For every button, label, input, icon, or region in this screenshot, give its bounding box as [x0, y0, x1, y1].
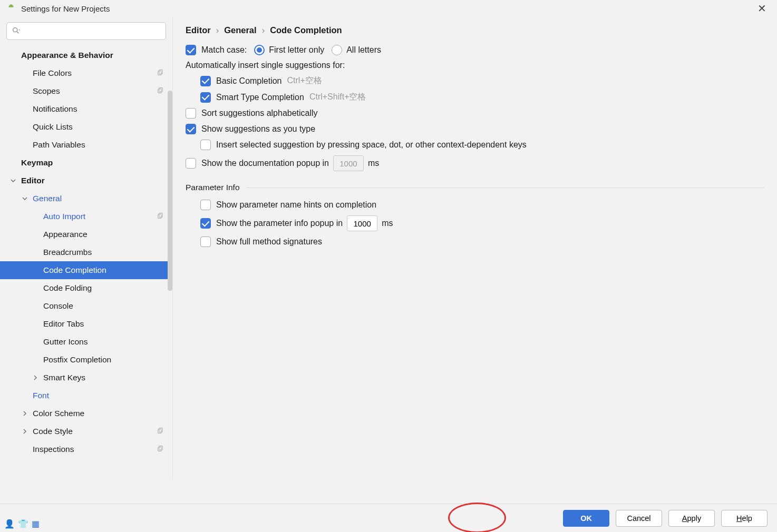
all-letters-label: All letters	[346, 45, 381, 55]
smart-completion-checkbox[interactable]	[200, 92, 211, 103]
sidebar-item-label: Font	[33, 391, 49, 400]
sidebar-item-label: Smart Keys	[43, 373, 85, 382]
cancel-button[interactable]: Cancel	[616, 510, 662, 527]
sidebar-item[interactable]: Code Style	[0, 422, 172, 440]
divider	[246, 188, 764, 188]
first-letter-radio[interactable]	[254, 45, 265, 55]
shirt-icon[interactable]: 👕	[18, 519, 28, 529]
svg-rect-2	[159, 70, 163, 74]
show-as-type-row: Show suggestions as you type	[186, 124, 764, 134]
sidebar-item[interactable]: File Colors	[0, 64, 172, 82]
bottom-toolbar: 👤 👕 ▦	[4, 519, 40, 529]
sidebar-item[interactable]: Editor Tabs	[0, 315, 172, 333]
sidebar-item[interactable]: Gutter Icons	[0, 333, 172, 351]
chevron-right-icon	[21, 428, 28, 435]
svg-rect-8	[159, 428, 163, 432]
basic-completion-checkbox[interactable]	[200, 76, 211, 86]
sidebar-item[interactable]: Postfix Completion	[0, 351, 172, 369]
smart-completion-label: Smart Type Completion	[216, 93, 304, 102]
sidebar-item-label: Scopes	[33, 86, 60, 96]
svg-rect-5	[158, 89, 162, 93]
auto-insert-header: Automatically insert single suggestions …	[186, 61, 764, 70]
sidebar-item[interactable]: General	[0, 190, 172, 208]
full-sig-label: Show full method signatures	[216, 237, 322, 247]
close-icon[interactable]: ✕	[753, 1, 771, 16]
sidebar-item[interactable]: Keymap	[0, 154, 172, 172]
param-popup-label: Show the parameter info popup in	[216, 219, 343, 228]
show-doc-label: Show the documentation popup in	[201, 159, 329, 168]
titlebar: Settings for New Projects ✕	[0, 0, 777, 17]
sidebar-item[interactable]: Code Folding	[0, 279, 172, 297]
sidebar-item[interactable]: Auto Import	[0, 208, 172, 225]
person-icon[interactable]: 👤	[4, 519, 15, 529]
match-case-label: Match case:	[201, 45, 247, 55]
basic-completion-row: Basic Completion Ctrl+空格	[200, 75, 764, 86]
grid-icon[interactable]: ▦	[32, 519, 40, 529]
sidebar-item[interactable]: Inspections	[0, 440, 172, 458]
full-sig-checkbox[interactable]	[200, 237, 211, 247]
ms-label: ms	[382, 219, 393, 228]
svg-rect-10	[159, 446, 163, 450]
copy-icon	[157, 445, 164, 454]
sidebar-item[interactable]: Editor	[0, 172, 172, 190]
sidebar-item-label: Breadcrumbs	[43, 248, 92, 257]
sort-alpha-checkbox[interactable]	[186, 108, 196, 119]
breadcrumb-item[interactable]: Editor	[186, 25, 211, 35]
match-case-checkbox[interactable]	[186, 45, 196, 55]
sidebar-item-label: Editor	[21, 176, 45, 185]
param-popup-checkbox[interactable]	[200, 218, 211, 229]
copy-icon	[157, 212, 164, 221]
sidebar-item[interactable]: Breadcrumbs	[0, 243, 172, 261]
chevron-down-icon	[9, 177, 17, 184]
sidebar-item[interactable]: Color Scheme	[0, 405, 172, 422]
sidebar-item[interactable]: Font	[0, 387, 172, 405]
all-letters-radio[interactable]	[332, 45, 342, 55]
doc-ms-input[interactable]	[333, 155, 364, 171]
param-ms-input[interactable]	[347, 215, 377, 231]
copy-icon	[157, 87, 164, 95]
basic-shortcut: Ctrl+空格	[287, 75, 322, 86]
param-hints-checkbox[interactable]	[200, 200, 211, 210]
sidebar-item[interactable]: Appearance	[0, 225, 172, 243]
svg-rect-6	[159, 213, 163, 218]
chevron-right-icon: ›	[262, 25, 265, 35]
breadcrumb-item[interactable]: General	[224, 25, 256, 35]
sidebar-item[interactable]: Smart Keys	[0, 369, 172, 387]
sidebar-item[interactable]: Console	[0, 297, 172, 315]
scrollbar[interactable]	[168, 91, 172, 291]
sidebar-item[interactable]: Path Variables	[0, 136, 172, 154]
settings-tree: Appearance & BehaviorFile ColorsScopesNo…	[0, 44, 172, 479]
chevron-right-icon: ›	[216, 25, 219, 35]
dialog-footer: OK Cancel Apply Help	[0, 504, 777, 532]
show-doc-checkbox[interactable]	[186, 158, 196, 169]
insert-selected-checkbox[interactable]	[200, 140, 211, 150]
show-as-type-checkbox[interactable]	[186, 124, 196, 134]
parameter-info-section: Parameter Info	[186, 183, 764, 192]
sort-alpha-row: Sort suggestions alphabetically	[186, 108, 764, 119]
show-doc-popup-row: Show the documentation popup in ms	[186, 155, 764, 171]
chevron-right-icon	[21, 410, 28, 417]
sidebar-item-label: Code Style	[33, 427, 73, 436]
sidebar-item[interactable]: Scopes	[0, 82, 172, 100]
sidebar-item[interactable]: Appearance & Behavior	[0, 46, 172, 64]
search-input[interactable]	[6, 22, 166, 40]
sidebar-item-label: Path Variables	[33, 140, 85, 150]
sidebar: Appearance & BehaviorFile ColorsScopesNo…	[0, 17, 173, 479]
apply-button[interactable]: Apply	[668, 510, 715, 527]
ok-button[interactable]: OK	[563, 510, 609, 527]
insert-selected-label: Insert selected suggestion by pressing s…	[216, 140, 527, 150]
sidebar-item[interactable]: Quick Lists	[0, 118, 172, 136]
insert-selected-row: Insert selected suggestion by pressing s…	[200, 140, 764, 150]
sidebar-item-label: Inspections	[33, 445, 74, 454]
breadcrumb-item: Code Completion	[270, 25, 342, 35]
svg-rect-4	[159, 88, 163, 92]
param-hints-label: Show parameter name hints on completion	[216, 200, 376, 210]
sidebar-item[interactable]: Code Completion	[0, 261, 172, 279]
show-param-popup-row: Show the parameter info popup in ms	[200, 215, 764, 231]
sidebar-item[interactable]: Notifications	[0, 100, 172, 118]
show-full-sig-row: Show full method signatures	[200, 237, 764, 247]
sidebar-item-label: Console	[43, 301, 73, 311]
help-button[interactable]: Help	[721, 510, 768, 527]
sidebar-item-label: Keymap	[21, 158, 53, 168]
svg-rect-9	[158, 429, 162, 434]
